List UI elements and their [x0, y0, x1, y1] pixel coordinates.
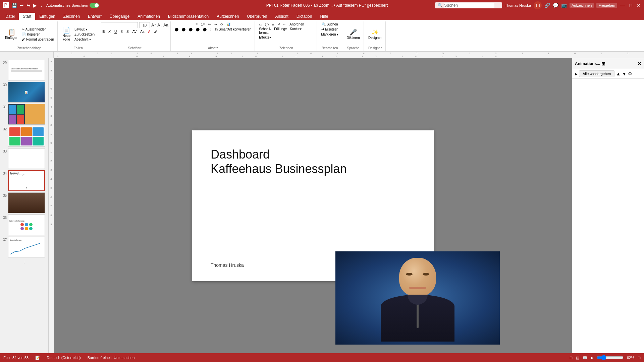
- shape1-btn[interactable]: ▭: [258, 22, 263, 26]
- case-btn[interactable]: Aa: [139, 29, 146, 34]
- zoom-slider[interactable]: [597, 355, 624, 360]
- slide-item[interactable]: 32: [1, 126, 47, 147]
- user-avatar[interactable]: TH: [534, 1, 542, 9]
- format-btn[interactable]: 🖌 Format übertragen: [20, 37, 55, 42]
- undo-icon[interactable]: ↩: [19, 2, 24, 9]
- autosave-toggle[interactable]: Automatisches Speichern: [46, 3, 99, 8]
- search-input[interactable]: [444, 3, 494, 8]
- font-inc-icon[interactable]: A↑: [151, 23, 156, 27]
- char-spacing-btn[interactable]: AV: [131, 29, 138, 34]
- layout-btn[interactable]: Layout ▾: [73, 27, 96, 32]
- designer-btn[interactable]: ✨ Designer: [367, 28, 383, 41]
- minimize-btn[interactable]: —: [620, 3, 625, 8]
- arrange-btn[interactable]: Anordnen: [288, 22, 305, 26]
- canvas-area[interactable]: Dashboard Kaffeehaus Businessplan Thomas…: [54, 58, 572, 353]
- present-btn[interactable]: 📺: [561, 3, 567, 8]
- font-dec-icon[interactable]: A↓: [157, 23, 162, 27]
- indent-inc-btn[interactable]: ⇥: [213, 22, 218, 26]
- shadow-btn[interactable]: S: [125, 29, 130, 34]
- slide-thumb[interactable]: [8, 126, 45, 147]
- redo-icon[interactable]: ↪: [26, 2, 31, 9]
- view-slide-btn[interactable]: ▤: [576, 356, 579, 360]
- slide-thumb[interactable]: Dashboard Kaffeehaus Präsentation: [8, 60, 45, 80]
- tab-zeichnen[interactable]: Zeichnen: [59, 13, 84, 20]
- list-bullet-btn[interactable]: ≡: [194, 22, 199, 26]
- schnell-btn[interactable]: Schnell-format: [258, 27, 272, 35]
- view-normal-btn[interactable]: ⊞: [570, 356, 573, 360]
- neue-folie-btn[interactable]: 📄 NeueFolie: [60, 26, 72, 42]
- indent-dec-btn[interactable]: ⇤: [207, 22, 212, 26]
- arrow-up-icon[interactable]: ▲: [616, 71, 621, 76]
- text-direction-btn[interactable]: ⟳: [219, 22, 224, 26]
- list-num-btn[interactable]: 1≡: [200, 22, 206, 26]
- tab-ueberpruefen[interactable]: Überprüfen: [243, 13, 271, 20]
- align-right-btn[interactable]: ⬤: [187, 27, 194, 32]
- tab-bildschirm[interactable]: Bildschirmpräsentation: [164, 13, 213, 20]
- slide-item[interactable]: 30 📊: [1, 82, 47, 103]
- slide-item[interactable]: 31: [1, 104, 47, 125]
- more-icon[interactable]: ⌄: [39, 2, 44, 9]
- language-status[interactable]: Deutsch (Österreich): [47, 356, 80, 360]
- slide-thumb[interactable]: Umsatzplanung: [8, 237, 45, 257]
- font-size-input[interactable]: [139, 22, 150, 28]
- align-justify-btn[interactable]: ⬤: [195, 27, 201, 32]
- diktieren-btn[interactable]: 🎤 Diktieren: [345, 28, 361, 41]
- tab-uebergaenge[interactable]: Übergänge: [106, 13, 133, 20]
- slide-item[interactable]: 29 Dashboard Kaffeehaus Präsentation: [1, 60, 47, 80]
- tab-start[interactable]: Start: [19, 13, 35, 20]
- slide-item[interactable]: 37 Umsatzplanung: [1, 237, 47, 257]
- fit-btn[interactable]: ⊡: [638, 356, 641, 360]
- slide-thumb[interactable]: Spielregeln Konzept: [8, 215, 45, 235]
- highlight-btn[interactable]: 🖌: [153, 29, 159, 34]
- shape2-btn[interactable]: ◯: [264, 22, 270, 26]
- italic-btn[interactable]: K: [107, 29, 112, 34]
- zuruecksetzen-btn[interactable]: Zurücksetzen: [73, 32, 96, 37]
- arrow-down-icon[interactable]: ▼: [622, 71, 627, 76]
- bold-btn[interactable]: B: [101, 29, 106, 34]
- slide-thumb-active[interactable]: Dashboard Kaffeehaus Businessplan ↖: [8, 170, 45, 191]
- shape4-btn[interactable]: ↗: [276, 22, 281, 26]
- tab-ansicht[interactable]: Ansicht: [271, 13, 292, 20]
- slide-panel[interactable]: 29 Dashboard Kaffeehaus Präsentation 30 …: [0, 58, 49, 353]
- tab-datei[interactable]: Datei: [1, 13, 19, 20]
- view-present-btn[interactable]: ▶: [591, 356, 593, 360]
- play-all-btn[interactable]: Alle wiedergeben: [579, 70, 614, 77]
- tab-dictation[interactable]: Dictation: [292, 13, 316, 20]
- comments-icon[interactable]: 💬: [553, 3, 558, 8]
- ausschneiden-btn[interactable]: ✂ Ausschneiden: [20, 27, 55, 32]
- effekt-btn[interactable]: Effekte▾: [258, 35, 272, 40]
- font-name-input[interactable]: [101, 22, 138, 28]
- tab-einfuegen[interactable]: Einfügen: [35, 13, 59, 20]
- close-btn[interactable]: ✕: [636, 3, 641, 8]
- share-icon[interactable]: 🔗: [544, 3, 550, 8]
- einfuegen-btn[interactable]: 📋 Einfügen: [3, 28, 20, 41]
- abschnitt-btn[interactable]: Abschnitt ▾: [73, 37, 96, 42]
- shape3-btn[interactable]: △: [270, 22, 276, 26]
- clear-format-icon[interactable]: Aa: [163, 23, 168, 27]
- font-color-btn[interactable]: A: [147, 29, 152, 34]
- search-box[interactable]: 🔍: [435, 2, 502, 8]
- text-direction2-btn[interactable]: ↕: [209, 27, 213, 32]
- present-icon[interactable]: ▶: [33, 2, 38, 9]
- tab-entwurf[interactable]: Entwurf: [84, 13, 106, 20]
- notes-icon[interactable]: 📝: [35, 356, 40, 360]
- autosave-track[interactable]: [90, 3, 99, 8]
- record-btn[interactable]: Aufzeichnen: [570, 3, 594, 8]
- strikethrough-btn[interactable]: S: [119, 29, 124, 34]
- smartart2-btn[interactable]: In SmartArt konvertieren: [214, 27, 253, 32]
- share-btn[interactable]: Freigeben: [596, 3, 617, 8]
- markieren-btn[interactable]: Markieren ▾: [320, 32, 340, 37]
- col-btn[interactable]: ⬤: [202, 27, 208, 32]
- view-reading-btn[interactable]: 📖: [583, 356, 587, 360]
- accessibility-status[interactable]: Barrierefreiheit: Untersuchen: [88, 356, 135, 360]
- suchen-btn[interactable]: 🔍 Suchen: [320, 22, 339, 26]
- align-center-btn[interactable]: ⬤: [180, 27, 187, 32]
- slide-item[interactable]: 36 Spielregeln Konzept: [1, 215, 47, 235]
- slide-thumb[interactable]: 📊: [8, 82, 45, 103]
- shape5-btn[interactable]: ⋯: [282, 22, 288, 26]
- zoom-level[interactable]: 62%: [627, 356, 634, 360]
- underline-btn[interactable]: U: [113, 29, 118, 34]
- settings-icon[interactable]: ⚙: [628, 71, 632, 76]
- maximize-btn[interactable]: □: [628, 3, 633, 8]
- kopieren-btn[interactable]: 📄 Kopieren: [20, 32, 55, 37]
